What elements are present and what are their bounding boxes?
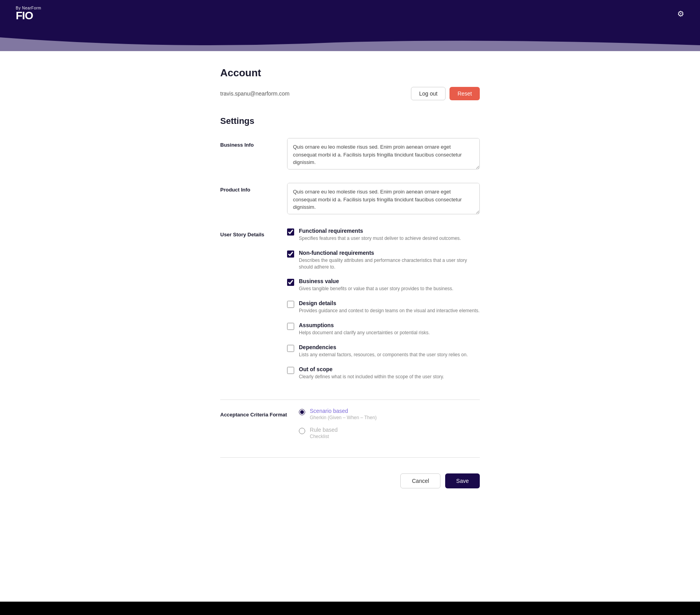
checkbox-assumptions: Assumptions Helps document and clarify a… xyxy=(287,322,480,336)
radio-scenario: Scenario based Gherkin (Given – When – T… xyxy=(299,408,480,420)
business-info-label: Business Info xyxy=(220,138,275,171)
checkbox-design-input[interactable] xyxy=(287,301,294,308)
footer-buttons: Cancel Save xyxy=(220,466,480,500)
checkbox-dependencies-desc: Lists any external factors, resources, o… xyxy=(299,352,468,358)
user-story-label: User Story Details xyxy=(220,228,275,388)
account-row: travis.spanu@nearform.com Log out Reset xyxy=(220,87,480,100)
settings-title: Settings xyxy=(220,116,480,126)
checkbox-nonfunctional-input[interactable] xyxy=(287,250,294,258)
acceptance-criteria-options: Scenario based Gherkin (Given – When – T… xyxy=(299,408,480,446)
checkbox-nonfunctional-desc: Describes the quality attributes and per… xyxy=(299,257,480,271)
checkbox-business-desc: Gives tangible benefits or value that a … xyxy=(299,285,453,292)
user-story-checkboxes: Functional requirements Specifies featur… xyxy=(287,228,480,388)
main-content: Account travis.spanu@nearform.com Log ou… xyxy=(0,51,700,602)
radio-rule-sub: Checklist xyxy=(310,434,338,439)
checkbox-outofscope-desc: Clearly defines what is not included wit… xyxy=(299,374,444,380)
checkbox-dependencies-input[interactable] xyxy=(287,345,294,352)
checkbox-dependencies: Dependencies Lists any external factors,… xyxy=(287,344,480,358)
checkbox-assumptions-input[interactable] xyxy=(287,323,294,330)
logo-text: By NearForm FIO xyxy=(16,6,41,21)
checkbox-outofscope-input[interactable] xyxy=(287,367,294,374)
checkbox-design-desc: Provides guidance and context to design … xyxy=(299,308,480,314)
product-info-section: Product Info Quis ornare eu leo molestie… xyxy=(220,183,480,216)
divider-2 xyxy=(220,457,480,458)
checkbox-business-input[interactable] xyxy=(287,279,294,286)
gear-icon[interactable]: ⚙ xyxy=(677,9,684,18)
user-email: travis.spanu@nearform.com xyxy=(220,90,289,97)
checkbox-design-label: Design details xyxy=(299,300,480,306)
acceptance-criteria-label: Acceptance Criteria Format xyxy=(220,408,287,446)
logo: By NearForm FIO xyxy=(16,6,41,21)
save-button[interactable]: Save xyxy=(445,473,480,488)
radio-rule-input[interactable] xyxy=(299,428,305,434)
reset-button[interactable]: Reset xyxy=(449,87,480,100)
product-info-textarea[interactable]: Quis ornare eu leo molestie risus sed. E… xyxy=(287,183,480,214)
radio-scenario-sub: Gherkin (Given – When – Then) xyxy=(310,415,377,420)
business-info-section: Business Info Quis ornare eu leo molesti… xyxy=(220,138,480,171)
header: By NearForm FIO ⚙ xyxy=(0,0,700,28)
business-info-textarea[interactable]: Quis ornare eu leo molestie risus sed. E… xyxy=(287,138,480,169)
user-story-section: User Story Details Functional requiremen… xyxy=(220,228,480,388)
product-info-label: Product Info xyxy=(220,183,275,216)
radio-rule: Rule based Checklist xyxy=(299,427,480,439)
checkbox-dependencies-label: Dependencies xyxy=(299,344,468,350)
radio-rule-label: Rule based xyxy=(310,427,338,433)
checkbox-functional: Functional requirements Specifies featur… xyxy=(287,228,480,242)
acceptance-criteria-section: Acceptance Criteria Format Scenario base… xyxy=(220,408,480,446)
checkbox-assumptions-label: Assumptions xyxy=(299,322,430,328)
checkbox-functional-input[interactable] xyxy=(287,228,294,236)
logout-button[interactable]: Log out xyxy=(411,87,446,100)
checkbox-outofscope-label: Out of scope xyxy=(299,366,444,372)
divider-1 xyxy=(220,400,480,400)
checkbox-outofscope: Out of scope Clearly defines what is not… xyxy=(287,366,480,380)
wave-decoration xyxy=(0,28,700,51)
account-buttons: Log out Reset xyxy=(411,87,480,100)
logo-sub: By NearForm xyxy=(16,6,41,10)
radio-scenario-label: Scenario based xyxy=(310,408,377,414)
checkbox-business-label: Business value xyxy=(299,278,453,284)
checkbox-functional-label: Functional requirements xyxy=(299,228,461,234)
checkbox-functional-desc: Specifies features that a user story mus… xyxy=(299,235,461,242)
checkbox-assumptions-desc: Helps document and clarify any uncertain… xyxy=(299,330,430,336)
cancel-button[interactable]: Cancel xyxy=(400,473,440,488)
checkbox-nonfunctional: Non-functional requirements Describes th… xyxy=(287,250,480,271)
radio-scenario-input[interactable] xyxy=(299,409,305,415)
checkbox-design: Design details Provides guidance and con… xyxy=(287,300,480,314)
checkbox-business: Business value Gives tangible benefits o… xyxy=(287,278,480,292)
account-title: Account xyxy=(220,67,480,79)
checkbox-nonfunctional-label: Non-functional requirements xyxy=(299,250,480,256)
